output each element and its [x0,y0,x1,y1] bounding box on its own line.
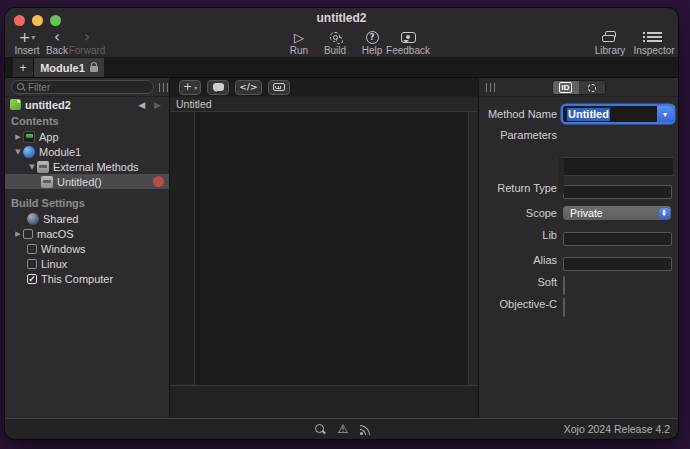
minimize-window-button[interactable] [32,15,43,26]
filter-input[interactable] [28,82,148,93]
status-bar: ⚠ Xojo 2024 Release 4.2 [5,418,678,439]
project-header[interactable]: untitled2 ◀ ▶ [5,97,169,112]
inspector-drag-handle-icon[interactable] [486,83,495,92]
feed-icon[interactable] [360,424,372,435]
library-button[interactable]: Library [588,29,632,56]
scope-label: Scope [479,206,563,221]
inspector-icon [647,32,662,42]
close-window-button[interactable] [14,15,25,26]
zoom-window-button[interactable] [50,15,61,26]
scope-value: Private [570,207,603,219]
history-back-icon[interactable]: ◀ [138,100,145,110]
gear-icon [588,84,596,92]
method-icon [37,161,49,173]
editor-header: Untitled [170,97,478,112]
help-icon: ? [366,31,379,44]
navigator-drag-handle-icon[interactable] [159,83,168,92]
return-type-row: Return Type [479,181,678,199]
chevron-down-icon: ▾ [194,84,197,91]
add-item-button[interactable]: + ▾ [179,80,201,95]
keyboard-icon [273,83,285,91]
add-tab-button[interactable]: + [13,58,34,77]
build-item-shared[interactable]: Shared [5,211,169,226]
line-number-gutter [170,112,195,385]
disclosure-open-icon[interactable]: ▼ [27,163,37,171]
alias-input[interactable] [563,257,672,271]
run-icon: ▷ [294,29,304,45]
shared-settings-icon [27,213,39,225]
method-icon [41,176,53,188]
objective-c-checkbox[interactable] [563,298,565,317]
tree-item-untitled-method[interactable]: Untitled() [5,174,169,189]
editor-title: Untitled [176,98,212,110]
alias-row: Alias [479,253,678,271]
macos-checkbox[interactable] [23,229,33,239]
feedback-button[interactable]: Feedback [386,29,430,56]
tab-label: Module1 [40,62,85,74]
method-name-row: Method Name Untitled ▾ [479,106,678,122]
code-view-button[interactable]: </> [235,80,261,95]
inspector-panel: ID Method Name Untitled ▾ [479,78,678,418]
inspector-button[interactable]: Inspector [632,29,676,56]
this-computer-checkbox[interactable]: ✓ [27,274,37,284]
return-type-input[interactable] [563,185,672,199]
tree-item-app[interactable]: ▶ App [5,129,169,144]
forward-button[interactable]: › Forward [65,29,109,56]
search-errors-icon[interactable] [315,424,326,435]
keyboard-shortcuts-button[interactable] [268,80,290,95]
lib-input[interactable] [563,232,672,246]
main-toolbar: +▾ Insert ‹ Back › Forward ▷ Run Bui [5,28,678,57]
disclosure-closed-icon[interactable]: ▶ [13,133,23,141]
method-name-value: Untitled [567,108,610,121]
soft-label: Soft [479,277,563,295]
combo-dropdown-button[interactable]: ▾ [657,106,673,122]
tree-item-external-methods[interactable]: ▼ External Methods [5,159,169,174]
method-name-label: Method Name [479,106,563,122]
content-area: untitled2 ◀ ▶ Contents ▶ App ▼ Module1 [5,78,678,418]
titlebar: untitled2 [5,8,678,28]
lock-icon [90,66,98,72]
parameters-scroll-track[interactable] [557,158,564,193]
warnings-icon[interactable]: ⚠ [338,423,349,435]
build-item-linux[interactable]: Linux [5,256,169,271]
disclosure-open-icon[interactable]: ▼ [13,148,23,156]
tree-item-module1[interactable]: ▼ Module1 [5,144,169,159]
code-editor[interactable] [170,112,478,385]
traffic-lights [14,15,61,26]
build-gears-icon [330,32,340,42]
editor-scrollbar[interactable] [468,112,478,385]
inspector-form: Method Name Untitled ▾ Parameters [479,97,678,321]
windows-checkbox[interactable] [27,244,37,254]
linux-checkbox[interactable] [27,259,37,269]
module-icon [23,146,35,158]
advanced-segment[interactable] [579,81,605,94]
objective-c-row: Objective-C [479,299,678,317]
scope-popup[interactable]: Private ▲ ▼ [563,206,671,220]
comment-button[interactable] [207,80,229,95]
contents-section-title: Contents [5,112,169,129]
build-item-windows[interactable]: Windows [5,241,169,256]
navigator-toolbar [5,78,169,97]
method-name-combobox[interactable]: Untitled ▾ [563,106,673,122]
desktop-background: untitled2 +▾ Insert ‹ Back › Forward ▷ R… [0,0,690,449]
build-item-macos[interactable]: ▶ macOS [5,226,169,241]
id-segment[interactable]: ID [553,81,579,94]
lib-row: Lib [479,228,678,246]
popup-stepper-icon: ▲ ▼ [659,208,670,219]
soft-checkbox[interactable] [563,276,565,295]
inspector-segmented-control: ID [552,80,606,95]
tab-bar: + Module1 [5,58,678,78]
build-item-this-computer[interactable]: ✓ This Computer [5,271,169,286]
forward-icon: › [84,29,90,45]
code-icon: </> [239,82,257,92]
filter-field[interactable] [11,80,154,94]
disclosure-closed-icon[interactable]: ▶ [13,230,23,238]
tab-module1[interactable]: Module1 [34,58,104,77]
history-forward-icon[interactable]: ▶ [154,100,161,110]
status-icons: ⚠ [315,423,373,435]
parameters-textarea[interactable] [564,128,673,172]
objective-c-label: Objective-C [479,299,563,317]
error-indicator [153,176,164,187]
build-settings-section-title: Build Settings [5,194,169,211]
code-area[interactable] [195,112,468,385]
